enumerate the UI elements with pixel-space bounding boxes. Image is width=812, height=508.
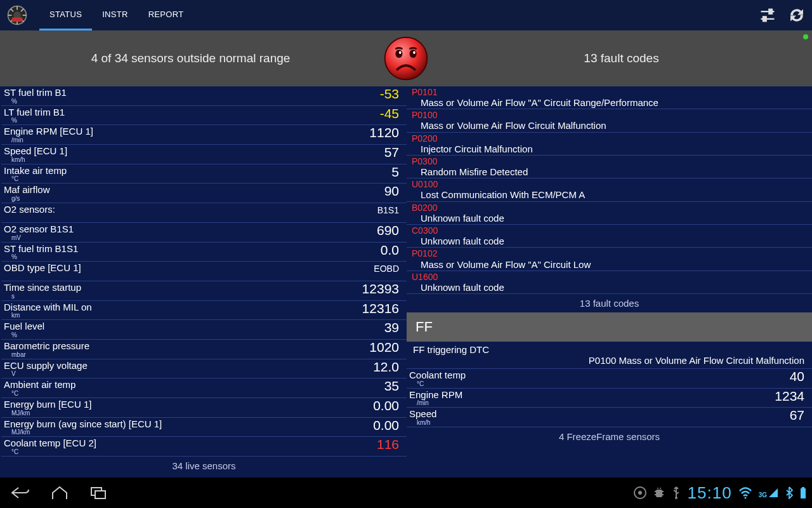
sensor-unit: s bbox=[11, 293, 400, 300]
sensors-column[interactable]: ST fuel trim B1%-53LT fuel trim B1%-45En… bbox=[0, 86, 407, 471]
fault-code: P0300 bbox=[412, 156, 806, 166]
fault-row[interactable]: P0300Random Misfire Detected bbox=[407, 156, 812, 178]
settings-sliders-icon[interactable] bbox=[759, 6, 776, 24]
sensor-row[interactable]: Speed [ECU 1]km/h57 bbox=[1, 145, 407, 164]
sensor-label: LT fuel trim B1 bbox=[4, 107, 400, 118]
sensor-row[interactable]: Distance with MIL onkm12316 bbox=[1, 301, 407, 321]
sensor-unit: MJ/km bbox=[11, 410, 400, 417]
sensor-value: 12316 bbox=[362, 301, 399, 316]
battery-icon bbox=[799, 486, 807, 499]
refresh-icon[interactable] bbox=[788, 6, 806, 24]
sensor-value: 1120 bbox=[369, 125, 399, 140]
sensor-row[interactable]: ST fuel trim B1S1%0.0 bbox=[1, 243, 407, 262]
sensor-row[interactable]: O2 sensor B1S1mV690 bbox=[1, 223, 407, 243]
sensor-value: 39 bbox=[384, 320, 399, 335]
sensor-row[interactable]: Intake air temp°C5 bbox=[1, 164, 407, 184]
sensor-value: 67 bbox=[790, 408, 804, 423]
sensor-row[interactable]: Energy burn (avg since start) [ECU 1]MJ/… bbox=[1, 418, 407, 438]
svg-rect-33 bbox=[801, 488, 806, 498]
fault-row[interactable]: P0101Mass or Volume Air Flow "A" Circuit… bbox=[407, 86, 812, 109]
fault-code: P0100 bbox=[412, 110, 806, 120]
sensor-row[interactable]: Time since startups12393 bbox=[1, 281, 407, 301]
tab-report[interactable]: REPORT bbox=[138, 0, 194, 30]
back-button[interactable] bbox=[5, 480, 36, 505]
sensor-row[interactable]: Coolant temp [ECU 2]°C116 bbox=[1, 437, 407, 457]
sensor-label: Maf airflow bbox=[4, 184, 400, 196]
ff-trigger-label: FF triggering DTC bbox=[407, 342, 812, 355]
sensor-value: 0.00 bbox=[373, 418, 399, 433]
sensor-unit: °C bbox=[11, 176, 400, 182]
sensor-row[interactable]: O2 sensors:B1S1 bbox=[1, 203, 407, 223]
svg-point-32 bbox=[744, 497, 746, 499]
tab-status[interactable]: STATUS bbox=[39, 0, 92, 30]
sensor-label: Energy burn (avg since start) [ECU 1] bbox=[4, 418, 400, 430]
faults-column[interactable]: P0101Mass or Volume Air Flow "A" Circuit… bbox=[407, 86, 812, 471]
summary-faults-text: 13 fault codes bbox=[431, 51, 812, 65]
svg-point-29 bbox=[657, 488, 658, 489]
freezeframe-header: FF bbox=[407, 312, 812, 342]
wheel-notif-icon bbox=[633, 486, 647, 500]
ff-sensor-row[interactable]: Speedkm/h67 bbox=[407, 408, 812, 427]
svg-point-16 bbox=[395, 50, 402, 58]
fault-row[interactable]: P0200Injector Circuit Malfunction bbox=[407, 133, 812, 156]
sensor-label: Speed bbox=[409, 408, 806, 420]
sensor-label: Ambient air temp bbox=[4, 379, 400, 391]
network-type: 3G bbox=[759, 491, 767, 498]
status-icons: 15:10 3G bbox=[633, 483, 807, 503]
sensor-unit: % bbox=[11, 254, 400, 260]
fault-code: U0100 bbox=[412, 179, 806, 189]
fault-desc: Mass or Volume Air Flow "A" Circuit Low bbox=[421, 259, 806, 270]
sensor-row[interactable]: Engine RPM [ECU 1]/min1120 bbox=[1, 125, 407, 145]
sensor-value: 12.0 bbox=[373, 359, 399, 375]
sensor-unit: mbar bbox=[11, 352, 400, 358]
sensor-label: Intake air temp bbox=[4, 165, 400, 177]
sensor-row[interactable]: Maf airflowg/s90 bbox=[1, 184, 407, 203]
tab-instr[interactable]: INSTR bbox=[92, 0, 138, 30]
sensor-row[interactable]: ST fuel trim B1%-53 bbox=[1, 86, 407, 106]
sensor-value: 690 bbox=[377, 223, 399, 238]
sensor-value: 90 bbox=[384, 184, 399, 199]
top-bar: STATUS INSTR REPORT bbox=[0, 0, 812, 30]
sensor-row[interactable]: Barometric pressurembar1020 bbox=[1, 340, 407, 359]
svg-point-19 bbox=[413, 51, 416, 54]
sensor-value: 5 bbox=[391, 164, 399, 180]
ff-sensor-row[interactable]: Engine RPM/min1234 bbox=[407, 389, 812, 408]
sensor-value: 35 bbox=[384, 378, 399, 394]
sensor-label: O2 sensors: bbox=[4, 204, 400, 215]
sensor-label: ST fuel trim B1 bbox=[4, 87, 400, 98]
sensor-unit: km/h bbox=[417, 420, 806, 426]
usb-icon bbox=[671, 486, 681, 500]
fault-row[interactable]: U1600Unknown fault code bbox=[407, 271, 812, 294]
sensor-row[interactable]: LT fuel trim B1%-45 bbox=[1, 106, 407, 126]
sensor-row[interactable]: ECU supply voltageV12.0 bbox=[1, 359, 407, 379]
sensor-row[interactable]: Ambient air temp°C35 bbox=[1, 378, 407, 398]
sensor-value: B1S1 bbox=[377, 205, 399, 215]
fault-code: P0200 bbox=[412, 133, 806, 144]
sensor-row[interactable]: Energy burn [ECU 1]MJ/km0.00 bbox=[1, 398, 407, 418]
sensor-label: Time since startup bbox=[4, 282, 400, 293]
sensor-row[interactable]: Fuel level%39 bbox=[1, 320, 407, 340]
sensors-footer: 34 live sensors bbox=[1, 457, 407, 471]
fault-desc: Random Misfire Detected bbox=[421, 166, 806, 177]
sensor-value: -53 bbox=[380, 86, 399, 102]
sensor-row[interactable]: OBD type [ECU 1]EOBD bbox=[1, 262, 407, 281]
home-button[interactable] bbox=[44, 480, 75, 505]
connection-dot-icon bbox=[803, 34, 808, 39]
svg-point-17 bbox=[410, 50, 417, 58]
fault-row[interactable]: C0300Unknown fault code bbox=[407, 225, 812, 248]
sensor-label: Engine RPM [ECU 1] bbox=[4, 126, 400, 137]
sensor-label: Coolant temp [ECU 2] bbox=[4, 438, 400, 449]
fault-row[interactable]: P0100Mass or Volume Air Flow Circuit Mal… bbox=[407, 109, 812, 132]
recent-apps-button[interactable] bbox=[84, 480, 114, 505]
sensor-label: Energy burn [ECU 1] bbox=[4, 399, 400, 410]
svg-rect-21 bbox=[95, 491, 105, 498]
ff-sensor-row[interactable]: Coolant temp°C40 bbox=[407, 369, 812, 389]
wifi-icon bbox=[738, 486, 752, 499]
fault-row[interactable]: P0102Mass or Volume Air Flow "A" Circuit… bbox=[407, 248, 812, 271]
sensor-value: 1234 bbox=[775, 389, 804, 404]
fault-desc: Unknown fault code bbox=[421, 236, 806, 246]
sensor-unit: °C bbox=[11, 449, 400, 455]
fault-row[interactable]: B0200Unknown fault code bbox=[407, 202, 812, 225]
fault-row[interactable]: U0100Lost Communication With ECM/PCM A bbox=[407, 178, 812, 201]
svg-rect-12 bbox=[769, 10, 772, 14]
